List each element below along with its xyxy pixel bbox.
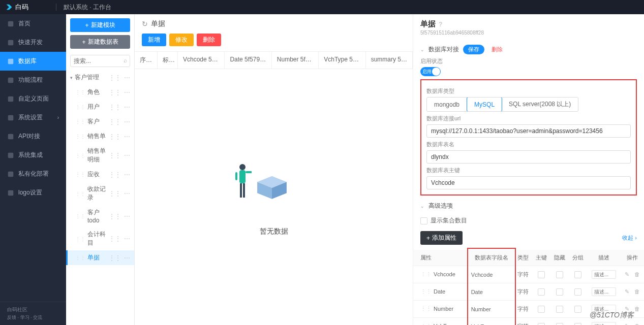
more-icon[interactable]: ⋯ (124, 104, 130, 111)
chevron-down-icon[interactable]: ⌄ (420, 47, 424, 52)
delete-icon[interactable]: 🗑 (634, 306, 640, 312)
delete-icon[interactable]: 🗑 (634, 288, 640, 295)
module-item[interactable]: ⋮⋮用户⋮⋮⋯ (66, 100, 134, 114)
save-button[interactable]: 保存 (463, 45, 484, 54)
handle-icon[interactable]: ⋮⋮ (109, 152, 121, 159)
desc-input[interactable] (592, 322, 616, 325)
nav-item-flow[interactable]: 功能流程 (0, 71, 66, 89)
module-item[interactable]: ⋮⋮销售单⋮⋮⋯ (66, 129, 134, 144)
edit-icon[interactable]: ✎ (625, 323, 629, 325)
add-button[interactable]: 新增 (142, 34, 166, 46)
search-icon[interactable]: ⌕ (124, 57, 127, 64)
module-item[interactable]: ⋮⋮客户⋮⋮⋯ (66, 114, 134, 129)
grid-col-header[interactable]: Vchcode 5f5759… ▾ (178, 52, 225, 69)
more-icon[interactable]: ⋯ (124, 133, 130, 140)
more-icon[interactable]: ⋯ (124, 152, 130, 159)
desc-input[interactable] (592, 287, 616, 296)
nav-footer[interactable]: 白码社区 反馈 · 学习 · 交流 (0, 302, 66, 325)
pk-checkbox[interactable] (538, 288, 545, 296)
drag-handle-icon[interactable]: ⋮⋮ (75, 134, 85, 139)
handle-icon[interactable]: ⋮⋮ (109, 133, 121, 140)
show-collection-checkbox[interactable] (420, 217, 427, 224)
handle-icon[interactable]: ⋮⋮ (109, 254, 121, 262)
group-checkbox[interactable] (574, 271, 581, 278)
new-table-button[interactable]: +新建数据表 (70, 35, 130, 49)
grid-col-header[interactable]: 序号 ▾ (135, 52, 158, 69)
drag-handle-icon[interactable]: ⋮⋮ (75, 89, 85, 95)
help-icon[interactable]: ? (439, 21, 442, 28)
db-type-radio[interactable]: mongodbMySQLSQL server(2008 以上) (426, 97, 578, 112)
nav-item-home[interactable]: 首页 (0, 14, 66, 33)
attr-type[interactable]: 字符 (514, 318, 532, 326)
delete-button[interactable]: 删除 (197, 34, 221, 46)
hide-checkbox[interactable] (556, 306, 563, 313)
chevron-down-icon[interactable]: ⌄ (420, 204, 424, 209)
breadcrumb[interactable]: 默认系统 · 工作台 (64, 3, 111, 12)
desc-input[interactable] (592, 270, 616, 279)
handle-icon[interactable]: ⋮⋮ (109, 74, 121, 81)
grid-col-header[interactable]: Number 5f5759… ▾ (272, 52, 319, 69)
more-icon[interactable]: ⋯ (124, 171, 130, 178)
handle-icon[interactable]: ⋮⋮ (109, 104, 121, 111)
sort-icon[interactable]: ▾ (154, 58, 156, 63)
nav-item-integ[interactable]: 系统集成 (0, 146, 66, 165)
more-icon[interactable]: ⋯ (124, 118, 130, 125)
edit-icon[interactable]: ✎ (625, 288, 629, 295)
nav-item-deploy[interactable]: 私有化部署 (0, 165, 66, 183)
module-item[interactable]: ⋮⋮收款记录⋮⋮⋯ (66, 182, 134, 205)
sync-icon[interactable]: ↻ (142, 20, 148, 28)
more-icon[interactable]: ⋯ (124, 254, 130, 262)
edit-button[interactable]: 修改 (169, 34, 194, 46)
more-icon[interactable]: ⋯ (124, 190, 130, 197)
grid-col-header[interactable]: VchType 5f5759… ▾ (319, 52, 365, 69)
db-url-input[interactable] (426, 124, 631, 138)
module-item[interactable]: ⋮⋮会计科目⋮⋮⋯ (66, 227, 134, 250)
hide-checkbox[interactable] (556, 323, 563, 325)
new-module-button[interactable]: +新建模块 (70, 18, 130, 32)
delete-icon[interactable]: 🗑 (634, 323, 640, 325)
db-type-option[interactable]: SQL server(2008 以上) (502, 98, 578, 111)
delete-icon[interactable]: 🗑 (634, 271, 640, 278)
module-item[interactable]: ⋮⋮应收⋮⋮⋯ (66, 167, 134, 182)
module-item[interactable]: ⋮⋮客户todo⋮⋮⋯ (66, 205, 134, 227)
drag-handle-icon[interactable]: ⋮⋮ (75, 119, 85, 124)
group-checkbox[interactable] (574, 323, 581, 325)
drag-handle-icon[interactable]: ⋮⋮ (75, 172, 85, 177)
db-type-option[interactable]: mongodb (427, 98, 467, 111)
pk-checkbox[interactable] (538, 323, 545, 325)
module-item[interactable]: ▾客户管理⋮⋮⋯ (66, 70, 134, 85)
nav-item-bolt[interactable]: 快速开发 (0, 33, 66, 52)
pk-input[interactable] (426, 176, 631, 189)
grid-col-header[interactable]: summary 5… ▾ (366, 52, 413, 69)
pk-checkbox[interactable] (538, 271, 545, 278)
more-icon[interactable]: ⋯ (124, 213, 130, 220)
handle-icon[interactable]: ⋮⋮ (109, 213, 121, 220)
more-icon[interactable]: ⋯ (124, 89, 130, 96)
attr-type[interactable]: 字符 (514, 266, 532, 283)
drag-handle-icon[interactable]: ⋮⋮ (75, 213, 85, 219)
module-item[interactable]: ⋮⋮销售单明细⋮⋮⋯ (66, 144, 134, 167)
module-item[interactable]: ⋮⋮单据⋮⋮⋯ (66, 250, 134, 265)
drag-handle-icon[interactable]: ⋮⋮ (75, 153, 85, 158)
add-attribute-button[interactable]: +添加属性 (420, 231, 463, 245)
nav-item-db[interactable]: 数据库 (0, 52, 66, 71)
more-icon[interactable]: ⋯ (124, 235, 130, 242)
handle-icon[interactable]: ⋮⋮ (109, 89, 121, 96)
handle-icon[interactable]: ⋮⋮ (109, 118, 121, 125)
module-search-input[interactable] (70, 55, 130, 67)
group-checkbox[interactable] (574, 288, 581, 296)
drag-handle-icon[interactable]: ⋮⋮ (420, 288, 432, 295)
attr-type[interactable]: 字符 (514, 283, 532, 301)
pk-checkbox[interactable] (538, 306, 545, 313)
nav-item-page[interactable]: 自定义页面 (0, 89, 66, 108)
enable-toggle[interactable]: 启用 (420, 67, 441, 76)
nav-item-logo[interactable]: logo设置 (0, 183, 66, 202)
drag-handle-icon[interactable]: ⋮⋮ (75, 191, 85, 197)
table-name-input[interactable] (426, 150, 631, 164)
hide-checkbox[interactable] (556, 288, 563, 296)
brand-logo[interactable]: 白码 (5, 3, 28, 12)
handle-icon[interactable]: ⋮⋮ (109, 235, 121, 242)
more-icon[interactable]: ⋯ (124, 74, 130, 81)
grid-col-header[interactable]: Date 5f579571… ▾ (225, 52, 271, 69)
drag-handle-icon[interactable]: ⋮⋮ (75, 255, 85, 261)
